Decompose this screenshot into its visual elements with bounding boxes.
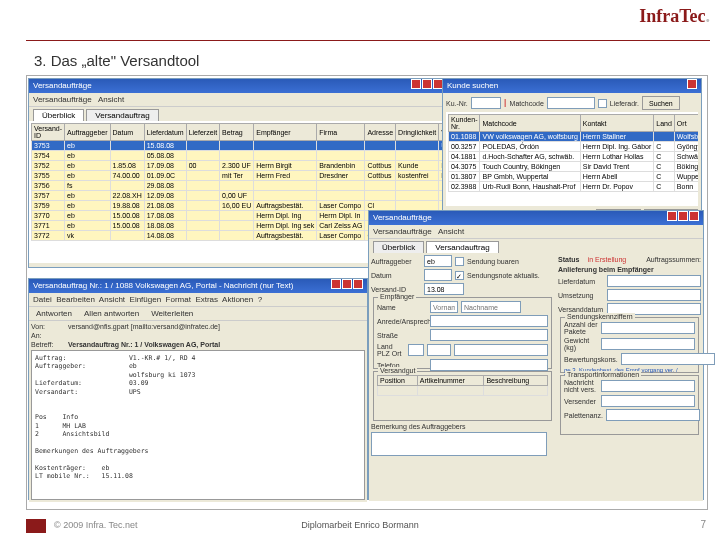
kunr-input[interactable]: [471, 97, 501, 109]
gew-input[interactable]: [601, 338, 695, 350]
nk-input[interactable]: [601, 380, 695, 392]
close-icon[interactable]: [687, 79, 697, 89]
bew-input[interactable]: [621, 353, 715, 365]
vers-input[interactable]: [601, 395, 695, 407]
palette-input[interactable]: [606, 409, 700, 421]
anlieferung-label: Anlieferung beim Empfänger: [558, 266, 701, 273]
match-label: Matchcode: [510, 100, 544, 107]
umsetzung-label: Umsetzung: [558, 292, 604, 299]
reply-button[interactable]: Antworten: [33, 307, 75, 320]
betreff-label: Betreff:: [31, 341, 65, 348]
maximize-icon[interactable]: [422, 79, 432, 89]
lieferdatum-label: Lieferdatum: [558, 278, 604, 285]
col-art: Artikelnummer: [417, 376, 484, 386]
anz-input[interactable]: [601, 322, 695, 334]
transport-title: Transportinformationen: [565, 371, 641, 378]
datum-input[interactable]: [424, 269, 452, 281]
minimize-icon[interactable]: [331, 279, 341, 289]
liefer-label: Lieferadr.: [610, 100, 639, 107]
chk2-label: Sendungsnote aktualis.: [467, 272, 540, 279]
close-icon[interactable]: [689, 211, 699, 221]
col-pos: Position: [378, 376, 418, 386]
minimize-icon[interactable]: [667, 211, 677, 221]
minimize-icon[interactable]: [411, 79, 421, 89]
chk1[interactable]: [455, 257, 464, 266]
slide-title: 3. Das „alte" Versandtool: [34, 52, 199, 69]
tab-detail[interactable]: Versandauftrag: [86, 109, 158, 121]
email-body[interactable]: Auftrag: V1.-KR.# 1/, RD 4 Auftraggeber:…: [31, 350, 365, 500]
menu-item[interactable]: Ansicht: [99, 295, 125, 304]
menu-item[interactable]: Versandaufträge: [33, 95, 92, 104]
replyall-button[interactable]: Allen antworten: [81, 307, 142, 320]
footer-copy: © 2009 Infra. Tec.net: [54, 520, 138, 530]
menu-item[interactable]: Aktionen: [222, 295, 253, 304]
menu-item[interactable]: ?: [258, 295, 262, 304]
maximize-icon[interactable]: [678, 211, 688, 221]
gew-label: Gewicht (kg): [564, 337, 598, 351]
versanddatum-label: Versanddatum: [558, 306, 604, 313]
search-titlebar[interactable]: Kunde suchen: [443, 79, 701, 93]
anrede-label: Anrede/Ansprechpart.: [377, 318, 427, 325]
bemerkung-input[interactable]: [371, 432, 547, 456]
plz-input[interactable]: [427, 344, 451, 356]
email-title: Versandauftrag Nr.: 1 / 1088 Volkswagen …: [33, 279, 293, 293]
menu-item[interactable]: Ansicht: [98, 95, 124, 104]
orders-menubar: Versandaufträge Ansicht: [29, 93, 447, 107]
umsetzung-input[interactable]: [607, 289, 701, 301]
land-input[interactable]: [408, 344, 424, 356]
bew-label: Bewertungskons.: [564, 356, 618, 363]
tel-input[interactable]: [430, 359, 548, 371]
vid-label: Versand-ID: [371, 286, 421, 293]
ort-input[interactable]: [454, 344, 548, 356]
anrede-input[interactable]: [430, 315, 548, 327]
status-value: in Erstellung: [588, 256, 627, 263]
menu-item[interactable]: Datei: [33, 295, 52, 304]
status-label: Status: [558, 256, 579, 263]
email-menubar: Datei Bearbeiten Ansicht Einfügen Format…: [29, 293, 367, 307]
footer-center: Diplomarbeit Enrico Bormann: [301, 520, 419, 530]
anz-label: Anzahl der Pakete: [564, 321, 598, 335]
search-grid[interactable]: Kunden-Nr.MatchcodeKontaktLandOrt01.1088…: [448, 114, 698, 192]
search-title: Kunde suchen: [447, 79, 498, 93]
ag-input[interactable]: [424, 255, 452, 267]
menu-item[interactable]: Extras: [195, 295, 218, 304]
brand-suffix: .: [706, 6, 711, 26]
menu-item[interactable]: Format: [166, 295, 191, 304]
lieferdatum-input[interactable]: [607, 275, 701, 287]
menu-item[interactable]: Einfügen: [130, 295, 162, 304]
tab-overview[interactable]: Überblick: [33, 109, 84, 121]
auftraggeber-label: Auftraggeber: [371, 258, 421, 265]
tab-overview[interactable]: Überblick: [373, 241, 424, 253]
liefer-checkbox[interactable]: [598, 99, 607, 108]
tab-versandauftrag[interactable]: Versandauftrag: [426, 241, 498, 253]
menu-item[interactable]: Ansicht: [438, 227, 464, 236]
menu-item[interactable]: Bearbeiten: [56, 295, 95, 304]
orders-title: Versandaufträge: [33, 79, 92, 93]
col-besch: Beschreibung: [484, 376, 548, 386]
vorname-input[interactable]: [430, 301, 458, 313]
an-label: An:: [31, 332, 65, 339]
orders-titlebar[interactable]: Versandaufträge: [29, 79, 447, 93]
email-toolbar: Antworten Allen antworten Weiterleiten: [29, 307, 367, 321]
suchen-button[interactable]: Suchen: [642, 96, 680, 110]
detail-titlebar[interactable]: Versandaufträge: [369, 211, 703, 225]
footer-page: 7: [700, 519, 706, 530]
detail-menubar: Versandaufträge Ansicht: [369, 225, 703, 239]
close-icon[interactable]: [353, 279, 363, 289]
vid-input[interactable]: [424, 283, 464, 295]
forward-button[interactable]: Weiterleiten: [148, 307, 196, 320]
menu-item[interactable]: Versandaufträge: [373, 227, 432, 236]
maximize-icon[interactable]: [342, 279, 352, 289]
bemerkung-label: Bemerkung des Auftraggebers: [371, 423, 466, 430]
email-titlebar[interactable]: Versandauftrag Nr.: 1 / 1088 Volkswagen …: [29, 279, 367, 293]
versandgut-grid[interactable]: PositionArtikelnummerBeschreibung: [377, 375, 548, 396]
datum-label: Datum: [371, 272, 421, 279]
plz-label: Land PLZ Ort: [377, 343, 405, 357]
match-input[interactable]: [547, 97, 595, 109]
betreff-value: Versandauftrag Nr.: 1 / Volkswagen AG, P…: [68, 341, 220, 348]
kunr-label: Ku.-Nr.: [446, 100, 468, 107]
nachname-input[interactable]: [461, 301, 521, 313]
strasse-input[interactable]: [430, 329, 548, 341]
chk2[interactable]: [455, 271, 464, 280]
empf-name-label: Name: [377, 304, 427, 311]
